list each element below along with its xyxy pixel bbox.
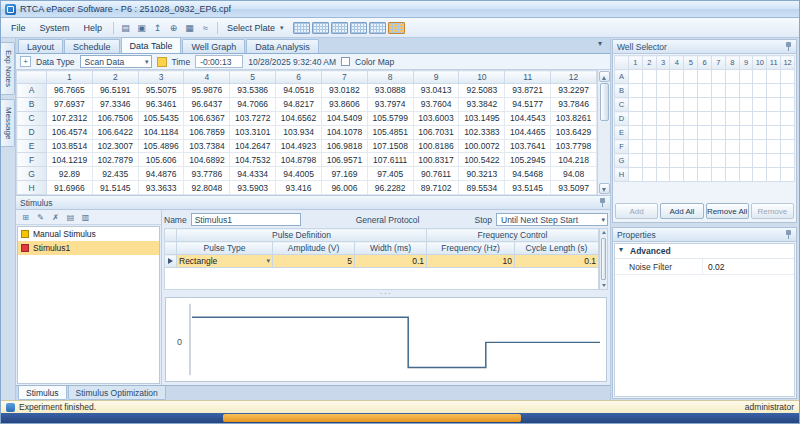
time-offset-field[interactable]: -0:00:13 — [195, 55, 243, 68]
well-cell-B5[interactable] — [684, 84, 698, 98]
cell-F3[interactable]: 105.606 — [138, 153, 184, 167]
well-cell-D9[interactable] — [739, 112, 753, 126]
cell-E9[interactable]: 100.8186 — [413, 139, 459, 153]
well-cell-A1[interactable] — [629, 70, 643, 84]
well-cell-G12[interactable] — [781, 154, 795, 168]
cell-A6[interactable]: 94.0518 — [276, 84, 322, 98]
column-header-1[interactable]: 1 — [47, 71, 93, 84]
cell-F1[interactable]: 104.1219 — [47, 153, 93, 167]
remove-button[interactable]: Remove — [751, 203, 794, 219]
well-cell-D6[interactable] — [698, 112, 712, 126]
cell-A7[interactable]: 93.0182 — [321, 84, 367, 98]
well-cell-B2[interactable] — [642, 84, 656, 98]
cell-B4[interactable]: 96.6437 — [184, 97, 230, 111]
row-header-G[interactable]: G — [17, 167, 47, 181]
well-cell-D2[interactable] — [642, 112, 656, 126]
well-column-header-10[interactable]: 10 — [753, 56, 767, 70]
cell-E11[interactable]: 103.7641 — [505, 139, 551, 153]
cell-C12[interactable]: 103.8261 — [551, 111, 597, 125]
well-cell-A6[interactable] — [698, 70, 712, 84]
well-column-header-5[interactable]: 5 — [684, 56, 698, 70]
well-cell-A4[interactable] — [670, 70, 684, 84]
cell-A12[interactable]: 93.2297 — [551, 84, 597, 98]
grid-scrollbar[interactable] — [597, 70, 610, 195]
cell-G9[interactable]: 90.7611 — [413, 167, 459, 181]
edit-stimulus-icon[interactable]: ✎ — [34, 211, 47, 223]
well-row-header-E[interactable]: E — [615, 126, 629, 140]
well-cell-G1[interactable] — [629, 154, 643, 168]
well-cell-C6[interactable] — [698, 98, 712, 112]
well-cell-G3[interactable] — [656, 154, 670, 168]
cell-C2[interactable]: 106.7506 — [92, 111, 138, 125]
well-column-header-2[interactable]: 2 — [642, 56, 656, 70]
well-cell-F2[interactable] — [642, 140, 656, 154]
cell-H2[interactable]: 91.5145 — [92, 181, 138, 195]
cell-A3[interactable]: 95.5075 — [138, 84, 184, 98]
well-cell-A10[interactable] — [753, 70, 767, 84]
column-header-8[interactable]: 8 — [367, 71, 413, 84]
well-cell-E1[interactable] — [629, 126, 643, 140]
cell-H12[interactable]: 93.5097 — [551, 181, 597, 195]
well-row-header-H[interactable]: H — [615, 168, 629, 182]
menu-help[interactable]: Help — [77, 21, 110, 35]
cell-H6[interactable]: 93.416 — [276, 181, 322, 195]
cell-F5[interactable]: 104.7532 — [230, 153, 276, 167]
scroll-down-icon[interactable] — [599, 183, 610, 194]
cell-F4[interactable]: 104.6892 — [184, 153, 230, 167]
tab-stimulus[interactable]: Stimulus — [18, 386, 67, 400]
tab-data-analysis[interactable]: Data Analysis — [246, 39, 319, 53]
stimulus-list-item-manual-stimulus[interactable]: Manual Stimulus — [18, 227, 159, 241]
cell-G10[interactable]: 90.3213 — [459, 167, 505, 181]
well-cell-E6[interactable] — [698, 126, 712, 140]
data-type-combo[interactable]: Scan Data — [80, 55, 152, 68]
well-cell-G9[interactable] — [739, 154, 753, 168]
well-cell-F1[interactable] — [629, 140, 643, 154]
column-header-10[interactable]: 10 — [459, 71, 505, 84]
cell-D10[interactable]: 102.3383 — [459, 125, 505, 139]
cell-A4[interactable]: 95.9876 — [184, 84, 230, 98]
corner-expand-button[interactable]: + — [20, 56, 31, 67]
well-cell-D7[interactable] — [711, 112, 725, 126]
cell-E10[interactable]: 100.0072 — [459, 139, 505, 153]
export-data-icon[interactable]: ↥ — [150, 20, 165, 35]
cell-B1[interactable]: 97.6937 — [47, 97, 93, 111]
well-cell-E9[interactable] — [739, 126, 753, 140]
well-cell-H1[interactable] — [629, 168, 643, 182]
advanced-section-header[interactable]: Advanced — [615, 244, 794, 259]
well-cell-B1[interactable] — [629, 84, 643, 98]
well-cell-A7[interactable] — [711, 70, 725, 84]
well-cell-F11[interactable] — [767, 140, 781, 154]
cell-F9[interactable]: 100.8317 — [413, 153, 459, 167]
well-cell-H8[interactable] — [725, 168, 739, 182]
well-cell-C8[interactable] — [725, 98, 739, 112]
import-stimulus-icon[interactable]: ▤ — [64, 211, 77, 223]
well-cell-E3[interactable] — [656, 126, 670, 140]
new-experiment-icon[interactable]: ▤ — [118, 20, 133, 35]
cell-G1[interactable]: 92.89 — [47, 167, 93, 181]
well-column-header-12[interactable]: 12 — [781, 56, 795, 70]
cell-C1[interactable]: 107.2312 — [47, 111, 93, 125]
column-header-6[interactable]: 6 — [276, 71, 322, 84]
well-cell-H7[interactable] — [711, 168, 725, 182]
scrollbar-thumb[interactable] — [600, 83, 609, 121]
well-cell-D5[interactable] — [684, 112, 698, 126]
cell-F6[interactable]: 104.8798 — [276, 153, 322, 167]
well-column-header-7[interactable]: 7 — [711, 56, 725, 70]
cell-A1[interactable]: 96.7665 — [47, 84, 93, 98]
cell-G7[interactable]: 97.169 — [321, 167, 367, 181]
cell-C3[interactable]: 105.5435 — [138, 111, 184, 125]
zoom-icon[interactable]: ⊕ — [166, 20, 181, 35]
well-cell-C10[interactable] — [753, 98, 767, 112]
cell-B10[interactable]: 93.3842 — [459, 97, 505, 111]
well-cell-D10[interactable] — [753, 112, 767, 126]
cell-D8[interactable]: 105.4851 — [367, 125, 413, 139]
stimulus-list-item-stimulus1[interactable]: Stimulus1 — [18, 241, 159, 255]
cell-B6[interactable]: 94.8217 — [276, 97, 322, 111]
column-header-5[interactable]: 5 — [230, 71, 276, 84]
well-cell-D8[interactable] — [725, 112, 739, 126]
row-header-H[interactable]: H — [17, 181, 47, 195]
tab-stimulus-optimization[interactable]: Stimulus Optimization — [68, 386, 166, 400]
well-cell-E11[interactable] — [767, 126, 781, 140]
well-cell-H9[interactable] — [739, 168, 753, 182]
well-cell-D11[interactable] — [767, 112, 781, 126]
